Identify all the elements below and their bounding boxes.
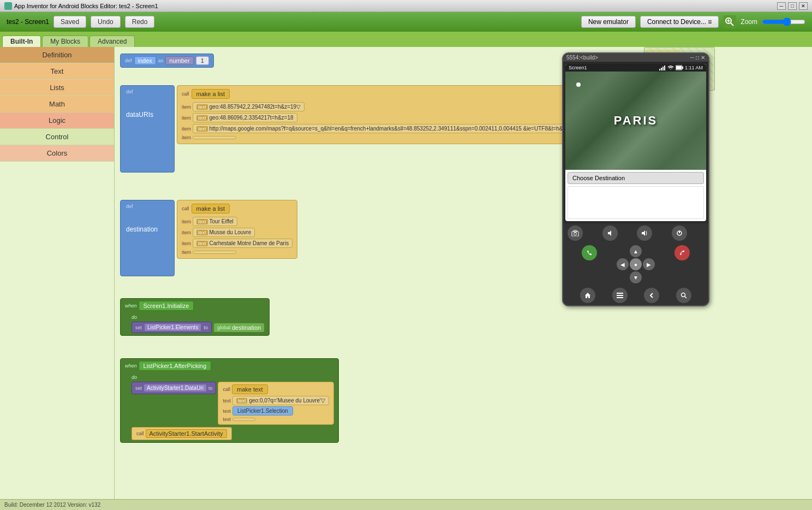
index-block[interactable]: def index as number 1 bbox=[120, 54, 214, 68]
as-label-index: as bbox=[158, 58, 164, 63]
dest-item3: Carhestale Motre Dame de Paris bbox=[210, 240, 289, 246]
phone-close-btn[interactable]: ✕ bbox=[701, 55, 705, 61]
volume-down-button[interactable] bbox=[602, 226, 618, 241]
item-label-dest3: item bbox=[182, 241, 191, 246]
when-label-init: when bbox=[125, 303, 137, 309]
call-label-dest: call bbox=[182, 206, 189, 211]
call-button[interactable] bbox=[582, 245, 597, 260]
camera-icon bbox=[571, 230, 579, 236]
set-label-lp: set bbox=[135, 386, 142, 391]
nav-left-button[interactable]: ◀ bbox=[617, 258, 629, 270]
battery-icon bbox=[676, 65, 683, 70]
index-type: number bbox=[165, 56, 193, 65]
titlebar: App Inventor for Android Blocks Editor: … bbox=[0, 0, 812, 12]
volume-up-button[interactable] bbox=[637, 226, 652, 241]
titlebar-title: App Inventor for Android Blocks Editor: … bbox=[14, 3, 158, 9]
sidebar: Definition Text Lists Math Logic Control… bbox=[0, 47, 115, 499]
nav-center-button[interactable]: ● bbox=[630, 258, 642, 270]
set-component-init: ListPicker1.Elements bbox=[144, 323, 201, 331]
signal-icon bbox=[659, 65, 666, 70]
end-call-icon bbox=[679, 250, 685, 256]
end-call-button[interactable] bbox=[674, 245, 690, 260]
item-label-d2: item bbox=[182, 115, 191, 121]
block-workspace: def index as number 1 def dataURIs bbox=[115, 47, 715, 499]
global-value-init: destination bbox=[232, 324, 261, 331]
canvas-area[interactable]: def index as number 1 def dataURIs bbox=[115, 47, 812, 499]
redo-button[interactable]: Redo bbox=[125, 16, 155, 28]
item-label-d3: item bbox=[182, 126, 191, 132]
call-icon bbox=[586, 250, 593, 256]
screen1-init-block[interactable]: when Screen1.Initialize do set ListPicke… bbox=[120, 298, 270, 336]
do-label-lp: do bbox=[132, 375, 137, 380]
destination-name: destination bbox=[126, 226, 169, 233]
tab-builtin[interactable]: Built-In bbox=[2, 35, 41, 47]
phone-choose-destination-button[interactable]: Choose Destination bbox=[568, 172, 704, 184]
back-button[interactable] bbox=[644, 288, 659, 303]
sidebar-item-text[interactable]: Text bbox=[0, 63, 114, 80]
phone-status-bar: Screen1 bbox=[565, 64, 706, 72]
svg-point-12 bbox=[574, 233, 577, 235]
search-phone-icon bbox=[680, 292, 687, 299]
phone-emulator: 5554:<build> ─ □ ✕ Screen1 bbox=[562, 52, 709, 306]
undo-button[interactable]: Undo bbox=[91, 16, 121, 28]
app-icon bbox=[4, 2, 12, 10]
svg-rect-17 bbox=[617, 295, 623, 296]
tab-advanced[interactable]: Advanced bbox=[89, 35, 135, 47]
svg-line-20 bbox=[685, 296, 686, 298]
sidebar-item-logic[interactable]: Logic bbox=[0, 112, 114, 129]
toolbar-right: New emulator Connect to Device... ≡ Zoom bbox=[581, 15, 805, 28]
tab-myblocks[interactable]: My Blocks bbox=[42, 35, 88, 47]
camera-button[interactable] bbox=[568, 226, 583, 241]
sidebar-item-colors[interactable]: Colors bbox=[0, 145, 114, 162]
saved-button[interactable]: Saved bbox=[53, 16, 86, 28]
call-label-lp: call bbox=[223, 387, 230, 392]
paris-label: PARIS bbox=[614, 114, 658, 128]
menu-button[interactable] bbox=[612, 288, 628, 303]
titlebar-controls[interactable]: ─ □ ✕ bbox=[777, 2, 808, 10]
phone-minimize-btn[interactable]: ─ bbox=[690, 55, 694, 61]
do-label-init: do bbox=[132, 315, 137, 320]
screen1-init-event: Screen1.Initialize bbox=[139, 301, 194, 311]
zoom-slider[interactable] bbox=[762, 17, 805, 26]
text-label-lp1: text bbox=[223, 398, 231, 404]
minimize-button[interactable]: ─ bbox=[777, 2, 786, 10]
home-button[interactable] bbox=[580, 288, 595, 303]
sidebar-item-definition[interactable]: Definition bbox=[0, 47, 114, 63]
def-label-dest: def bbox=[126, 204, 133, 209]
index-name: index bbox=[134, 56, 156, 65]
new-emulator-button[interactable]: New emulator bbox=[581, 16, 636, 28]
destination-block[interactable]: def destination call make a list item te… bbox=[120, 200, 297, 276]
svg-rect-16 bbox=[617, 293, 623, 294]
item-label-d4: item bbox=[182, 135, 191, 140]
lp-selection: ListPicker1.Selection bbox=[232, 406, 293, 416]
nav-up-button[interactable]: ▲ bbox=[630, 245, 642, 257]
listpicker-event: ListPicker1.AfterPicking bbox=[139, 361, 212, 371]
connect-device-button[interactable]: Connect to Device... ≡ bbox=[640, 16, 719, 28]
close-button[interactable]: ✕ bbox=[799, 2, 808, 10]
phone-maximize-btn[interactable]: □ bbox=[696, 55, 699, 61]
datauris-block[interactable]: def dataURIs call make a list item bbox=[120, 85, 600, 173]
power-button[interactable] bbox=[672, 226, 687, 241]
nav-right-button[interactable]: ▶ bbox=[643, 258, 655, 270]
svg-rect-4 bbox=[659, 69, 660, 70]
phone-text-area bbox=[568, 186, 704, 219]
app-title: tes2 - Screen1 bbox=[7, 18, 49, 26]
phone-map: PARIS bbox=[565, 72, 706, 170]
phone-title-text: 5554:<build> bbox=[566, 55, 598, 61]
index-value: 1 bbox=[196, 56, 209, 65]
svg-rect-5 bbox=[661, 68, 662, 70]
nav-down-button[interactable]: ▼ bbox=[630, 271, 642, 283]
search-phone-button[interactable] bbox=[676, 288, 691, 303]
maximize-button[interactable]: □ bbox=[788, 2, 797, 10]
menu-icon bbox=[617, 293, 623, 298]
sidebar-item-lists[interactable]: Lists bbox=[0, 80, 114, 96]
phone-screen-name: Screen1 bbox=[569, 65, 587, 70]
item-label-dest4: item bbox=[182, 250, 191, 255]
item-label-dest2: item bbox=[182, 230, 191, 235]
item-label-d1: item bbox=[182, 104, 191, 110]
lp-text1: geo:0,0?q='Musee du Louvre'▽ bbox=[249, 398, 325, 404]
datauris-name: dataURIs bbox=[126, 111, 169, 118]
sidebar-item-control[interactable]: Control bbox=[0, 129, 114, 145]
sidebar-item-math[interactable]: Math bbox=[0, 96, 114, 112]
listpicker-block[interactable]: when ListPicker1.AfterPicking do set Act… bbox=[120, 358, 339, 443]
